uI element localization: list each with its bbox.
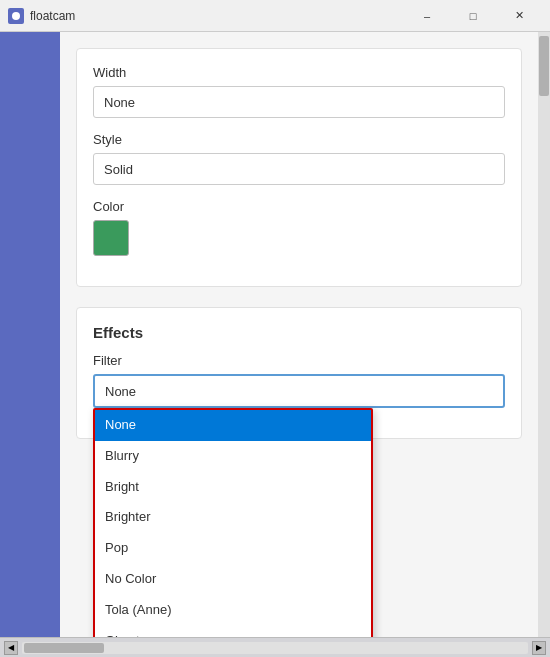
scrollbar-thumb[interactable] [539,36,549,96]
bottom-bar: ◀ ▶ [0,637,550,657]
dropdown-item-bright[interactable]: Bright [95,472,371,503]
filter-dropdown-list[interactable]: None Blurry Bright Brighter Pop No Color… [93,408,373,637]
style-label: Style [93,132,505,147]
h-scrollbar-thumb[interactable] [24,643,104,653]
effects-section-card: Effects Filter None Blurry Bright Bright… [76,307,522,439]
dropdown-item-none[interactable]: None [95,410,371,441]
maximize-button[interactable]: □ [450,0,496,32]
vertical-scrollbar[interactable] [538,32,550,637]
main-content[interactable]: Width Style Color Effects [60,32,538,637]
dropdown-item-ghost[interactable]: Ghost [95,626,371,637]
close-button[interactable]: ✕ [496,0,542,32]
dropdown-item-tola[interactable]: Tola (Anne) [95,595,371,626]
dropdown-item-blurry[interactable]: Blurry [95,441,371,472]
dropdown-item-pop[interactable]: Pop [95,533,371,564]
filter-dropdown-container: None Blurry Bright Brighter Pop No Color… [93,374,505,408]
scroll-right-arrow[interactable]: ▶ [532,641,546,655]
style-input[interactable] [93,153,505,185]
svg-point-0 [12,12,20,20]
dropdown-item-no-color[interactable]: No Color [95,564,371,595]
effects-title: Effects [93,324,505,341]
border-section-card: Width Style Color [76,48,522,287]
filter-label: Filter [93,353,505,368]
window-body: Width Style Color Effects [0,32,550,637]
color-field-group: Color [93,199,505,256]
window-controls: – □ ✕ [404,0,542,32]
style-field-group: Style [93,132,505,185]
scroll-left-arrow[interactable]: ◀ [4,641,18,655]
app-icon [8,8,24,24]
width-input[interactable] [93,86,505,118]
minimize-button[interactable]: – [404,0,450,32]
width-field-group: Width [93,65,505,118]
horizontal-scrollbar[interactable] [22,642,528,654]
dropdown-item-brighter[interactable]: Brighter [95,502,371,533]
color-label: Color [93,199,505,214]
filter-input[interactable] [93,374,505,408]
content-area: Width Style Color Effects [60,32,538,475]
color-swatch[interactable] [93,220,129,256]
width-label: Width [93,65,505,80]
app-window: floatcam – □ ✕ Width Style [0,0,550,657]
sidebar [0,32,60,637]
filter-field-group: Filter None Blurry Bright Brighter Pop N… [93,353,505,408]
window-title: floatcam [30,9,404,23]
title-bar: floatcam – □ ✕ [0,0,550,32]
